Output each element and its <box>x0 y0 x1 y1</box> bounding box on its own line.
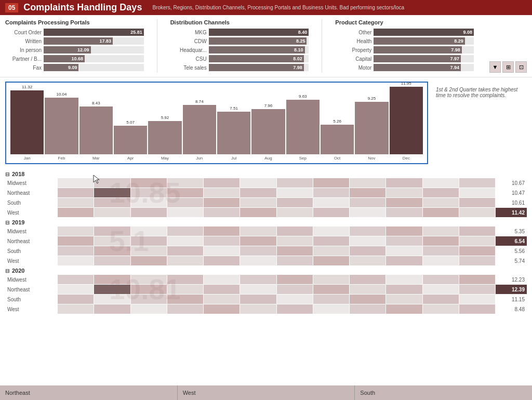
heatmap-cell <box>423 226 459 236</box>
heatmap-region-label: South <box>5 198 57 207</box>
heatmap-cell <box>204 295 240 304</box>
metric-bar-row: CDW8.25 <box>170 37 309 45</box>
heatmap-cell <box>277 188 313 197</box>
metric-bar-wrap: 12.09 <box>44 46 144 54</box>
heatmap-cell <box>240 188 276 197</box>
heatmap-cell <box>313 226 349 236</box>
product-category-title: Product Category <box>335 19 474 25</box>
metric-bar-row: Headquar...8.10 <box>170 46 309 54</box>
metrics-row: Complaints Processing Portals Court Orde… <box>0 15 532 77</box>
metric-label: Property <box>335 47 371 53</box>
heatmap-cell <box>313 256 349 265</box>
bar-month-label: Jul <box>231 156 236 161</box>
metric-label: Health <box>335 38 371 44</box>
heatmap-cell <box>277 256 313 265</box>
heatmap-cell <box>167 275 203 284</box>
year-group: ⊟2019Midwest5.35Northeast6.54South5.56We… <box>5 219 527 265</box>
heatmap-cell <box>459 285 495 294</box>
bar-column: 5.26Oct <box>321 119 354 161</box>
bar-month-label: Dec <box>403 156 410 161</box>
heatmap-cell <box>94 295 130 304</box>
metric-bar-row: Other9.08 <box>335 29 474 36</box>
metric-bar-row: Fax9.09 <box>5 64 144 71</box>
heatmap-cell <box>350 304 385 314</box>
heatmap-region-label: Midwest <box>5 226 57 236</box>
metric-bar-fill: 7.94 <box>374 64 461 71</box>
metric-bar-wrap: 8.25 <box>209 37 309 45</box>
heatmap-cell <box>423 246 459 256</box>
bar-month-label: Jan <box>24 156 31 161</box>
filter-icon[interactable]: ▼ <box>489 61 501 73</box>
heatmap-grid: Midwest5.35Northeast6.54South5.56West5.7… <box>5 226 527 265</box>
bar-column: 7.51Jul <box>217 106 250 161</box>
heatmap-cell <box>350 226 385 236</box>
heatmap-cell <box>167 285 203 294</box>
bar-value: 5.26 <box>333 119 341 124</box>
year-toggle-icon[interactable]: ⊟ <box>5 268 9 274</box>
heatmap-cell <box>131 236 167 246</box>
heatmap-cell <box>423 304 459 314</box>
heatmap-cell <box>131 295 167 304</box>
heatmap-cell <box>423 256 459 265</box>
year-label: 2018 <box>12 171 24 177</box>
metric-bar-fill: 9.08 <box>374 29 474 36</box>
heatmap-cell <box>167 188 203 197</box>
heatmap-cell <box>313 295 349 304</box>
metric-bar-fill: 7.97 <box>374 55 461 62</box>
heatmap-row-value: 12.23 <box>496 275 527 284</box>
heatmap-cell <box>350 236 385 246</box>
metric-label: MKG <box>170 30 207 35</box>
bar-rect <box>79 106 113 154</box>
bar-value: 5.92 <box>161 115 169 120</box>
heatmap-cell <box>58 285 94 294</box>
heatmap-cell <box>277 236 313 246</box>
year-toggle-icon[interactable]: ⊟ <box>5 171 9 177</box>
heatmap-region-label: Midwest <box>5 275 57 284</box>
distribution-channels-title: Distribution Channels <box>170 19 309 25</box>
bar-month-label: Apr <box>127 156 134 161</box>
heatmap-cell <box>94 178 130 188</box>
chart-note: 1st & 2nd Quarter takes the highest time… <box>433 82 527 164</box>
year-group: ⊟2020Midwest12.23Northeast12.39South11.1… <box>5 268 527 314</box>
tab-south[interactable]: South <box>355 385 532 400</box>
metric-bar-fill: 7.98 <box>374 46 462 54</box>
heatmap-cell <box>313 285 349 294</box>
heatmap-cell <box>459 178 495 188</box>
bar-value: 7.51 <box>230 106 238 111</box>
heatmap-cell <box>459 295 495 304</box>
metric-label: Headquar... <box>170 47 207 53</box>
footer-tabs: Northeast West South <box>0 385 532 400</box>
heatmap-cell <box>204 198 240 207</box>
heatmap-cell <box>277 178 313 188</box>
metric-label: Fax <box>5 65 42 71</box>
heatmap-cell <box>240 208 276 217</box>
product-category-section: Product Category Other9.08Health8.29Prop… <box>335 19 474 73</box>
heatmap-cell <box>386 285 422 294</box>
grid-icon[interactable]: ⊞ <box>502 61 514 73</box>
heatmap-cell <box>277 285 313 294</box>
heatmap-cell <box>350 198 385 207</box>
heatmap-cell <box>131 188 167 197</box>
heatmap-cell <box>204 226 240 236</box>
heatmap-cell <box>313 198 349 207</box>
heatmap-cell <box>131 275 167 284</box>
tab-west[interactable]: West <box>178 385 355 400</box>
heatmap-row-value: 11.15 <box>496 295 527 304</box>
heatmap-cell <box>313 275 349 284</box>
expand-icon[interactable]: ⊡ <box>515 61 527 73</box>
heatmap-cell <box>459 208 495 217</box>
metric-bar-row: Partner / B...10.68 <box>5 55 144 62</box>
bar-column: 5.07Apr <box>114 120 147 161</box>
heatmap-cell <box>58 295 94 304</box>
heatmap-cell <box>277 295 313 304</box>
heatmap-cell <box>240 295 276 304</box>
bar-column: 7.96Aug <box>251 103 285 161</box>
heatmap-grid: Midwest10.67Northeast10.47South10.61West… <box>5 178 527 217</box>
year-toggle-icon[interactable]: ⊟ <box>5 220 9 225</box>
metric-label: Written <box>5 38 42 44</box>
heatmap-cell <box>204 256 240 265</box>
tab-northeast[interactable]: Northeast <box>0 385 178 400</box>
bar-value: 10.04 <box>56 92 66 97</box>
main-content: Complaints Processing Portals Court Orde… <box>0 15 532 399</box>
heatmap-cell <box>277 246 313 256</box>
